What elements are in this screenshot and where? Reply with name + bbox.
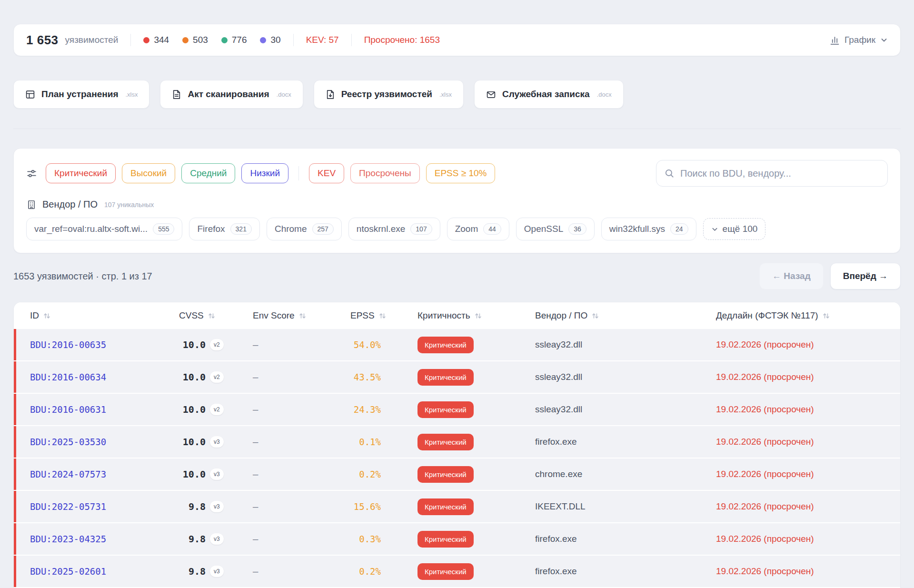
epss-value: 0.2% <box>350 469 381 479</box>
column-label: Критичность <box>417 310 470 321</box>
sort-icon <box>592 312 599 319</box>
filter-chip-medium[interactable]: Средний <box>181 163 235 183</box>
bdu-id-link[interactable]: BDU:2025-02601 <box>30 566 106 577</box>
divider <box>351 34 352 46</box>
cvss-version-badge: v2 <box>210 404 224 415</box>
env-score: — <box>253 566 350 577</box>
env-score: — <box>253 534 350 544</box>
vendor-chip-label: Zoom <box>455 224 478 234</box>
severity-badge: Критический <box>417 498 474 515</box>
chart-view-toggle[interactable]: График <box>830 35 888 45</box>
bar-chart-icon <box>830 35 840 45</box>
bdu-id-link[interactable]: BDU:2016-00635 <box>30 339 106 350</box>
cvss-score: 10.0 <box>179 468 206 480</box>
vendor-chip[interactable]: Zoom 44 <box>447 218 509 240</box>
epss-value: 24.3% <box>350 404 381 415</box>
vulnerability-registry-button[interactable]: Реестр уязвимостей .xlsx <box>314 80 464 109</box>
vendor-chip[interactable]: var_ref=oval:ru.altx-soft.wi... 555 <box>26 218 182 240</box>
deadline-cell: 19.02.2026 (просрочен) <box>716 534 900 544</box>
chart-toggle-label: График <box>844 35 875 45</box>
vendor-chip[interactable]: win32kfull.sys 24 <box>601 218 696 240</box>
sort-icon <box>823 312 830 319</box>
vendor-chip-count: 555 <box>153 223 174 235</box>
low-dot-icon <box>260 37 266 43</box>
file-download-icon <box>326 90 335 100</box>
kev-count: KEV: 57 <box>306 35 339 45</box>
filter-chip-epss[interactable]: EPSS ≥ 10% <box>426 163 496 183</box>
column-label: Вендор / ПО <box>535 310 587 321</box>
column-header-id[interactable]: ID <box>30 310 179 321</box>
pagination-buttons: ← Назад Вперёд → <box>759 263 901 289</box>
column-header-vendor[interactable]: Вендор / ПО <box>535 310 716 321</box>
filter-chip-high[interactable]: Высокий <box>122 163 175 183</box>
bdu-id-link[interactable]: BDU:2023-04325 <box>30 534 106 544</box>
severity-badge: Критический <box>417 466 474 483</box>
vendor-chip[interactable]: Firefox 321 <box>189 218 259 240</box>
vendor-chip[interactable]: ntoskrnl.exe 107 <box>348 218 440 240</box>
cvss-score: 10.0 <box>179 436 206 448</box>
building-icon <box>26 199 37 210</box>
sort-icon <box>379 312 386 319</box>
column-label: Env Score <box>253 310 295 321</box>
cvss-version-badge: v3 <box>210 436 224 448</box>
divider <box>293 34 294 46</box>
bdu-id-link[interactable]: BDU:2024-07573 <box>30 469 106 479</box>
filter-sliders-icon <box>26 168 37 179</box>
documents-row: План устранения .xlsx Акт сканирования .… <box>13 80 901 109</box>
stats-bar: 1 653 уязвимостей 344 503 776 30 KEV: 57 <box>13 24 901 56</box>
forward-button[interactable]: Вперёд → <box>830 263 901 289</box>
column-header-cvss[interactable]: CVSS <box>179 310 253 321</box>
cvss-version-badge: v3 <box>210 566 224 577</box>
filter-chip-overdue[interactable]: Просрочены <box>350 163 420 183</box>
vendor-chip-label: Firefox <box>197 224 225 234</box>
vendor-chip[interactable]: Chrome 257 <box>267 218 342 240</box>
column-label: CVSS <box>179 310 204 321</box>
sort-icon <box>299 312 306 319</box>
show-more-vendors-button[interactable]: ещё 100 <box>703 218 766 240</box>
cvss-score: 9.8 <box>179 501 206 512</box>
bdu-id-link[interactable]: BDU:2025-03530 <box>30 437 106 447</box>
bdu-id-link[interactable]: BDU:2016-00634 <box>30 372 106 382</box>
remediation-plan-button[interactable]: План устранения .xlsx <box>13 80 149 109</box>
scan-report-button[interactable]: Акт сканирования .docx <box>160 80 303 109</box>
sort-icon <box>208 312 215 319</box>
cvss-version-badge: v3 <box>210 501 224 512</box>
doc-extension: .xlsx <box>125 91 138 98</box>
medium-count: 776 <box>232 35 247 45</box>
back-button[interactable]: ← Назад <box>759 263 824 289</box>
vendor-cell: ssleay32.dll <box>535 339 716 350</box>
table-row: BDU:2023-04325 9.8v3 — 0.3% Критический … <box>14 523 900 555</box>
deadline-cell: 19.02.2026 (просрочен) <box>716 437 900 447</box>
cvss-version-badge: v2 <box>210 339 224 350</box>
cvss-score: 9.8 <box>179 533 206 545</box>
table-row: BDU:2016-00634 10.0v2 — 43.5% Критически… <box>14 361 900 393</box>
vendor-cell: ssleay32.dll <box>535 404 716 415</box>
severity-legend: 344 503 776 30 <box>143 35 280 45</box>
deadline-cell: 19.02.2026 (просрочен) <box>716 339 900 350</box>
memo-button[interactable]: Служебная записка .docx <box>474 80 624 109</box>
column-label: EPSS <box>350 310 375 321</box>
vulnerability-dashboard: 1 653 уязвимостей 344 503 776 30 KEV: 57 <box>0 24 914 588</box>
bdu-id-link[interactable]: BDU:2022-05731 <box>30 501 106 512</box>
column-header-env-score[interactable]: Env Score <box>253 310 350 321</box>
env-score: — <box>253 469 350 479</box>
divider <box>130 34 131 46</box>
column-header-severity[interactable]: Критичность <box>417 310 535 321</box>
critical-dot-icon <box>143 37 149 43</box>
sort-icon <box>43 312 50 319</box>
vendor-chip[interactable]: OpenSSL 36 <box>516 218 595 240</box>
severity-badge: Критический <box>417 401 474 418</box>
bdu-id-link[interactable]: BDU:2016-00631 <box>30 404 106 415</box>
doc-extension: .docx <box>597 91 612 98</box>
envelope-icon <box>486 90 496 100</box>
filter-chip-low[interactable]: Низкий <box>241 163 288 183</box>
column-header-epss[interactable]: EPSS <box>350 310 417 321</box>
filter-chip-critical[interactable]: Критический <box>46 163 116 183</box>
column-header-deadline[interactable]: Дедлайн (ФСТЭК №117) <box>716 310 900 321</box>
cvss-score: 9.8 <box>179 566 206 577</box>
vendor-chip-count: 107 <box>410 223 432 235</box>
total-count: 1 653 <box>26 33 59 48</box>
search-input[interactable] <box>656 160 888 187</box>
filter-chip-kev[interactable]: KEV <box>309 163 344 183</box>
search-icon <box>664 168 675 179</box>
